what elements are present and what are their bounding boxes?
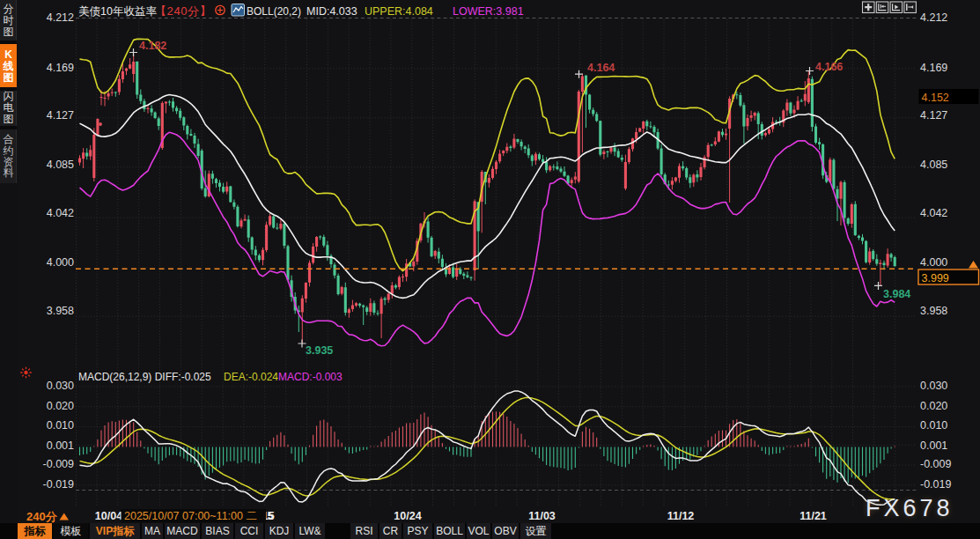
svg-text:BOLL(20,2): BOLL(20,2) xyxy=(247,5,301,18)
svg-text:4.166: 4.166 xyxy=(815,61,843,73)
svg-text:4.212: 4.212 xyxy=(47,11,74,24)
svg-text:4.042: 4.042 xyxy=(920,207,947,219)
svg-text:3.984: 3.984 xyxy=(883,288,910,300)
svg-text:4.152: 4.152 xyxy=(922,92,949,104)
svg-text:0.001: 0.001 xyxy=(920,439,947,452)
svg-text:4.000: 4.000 xyxy=(920,256,947,269)
svg-text:FX678: FX678 xyxy=(866,495,954,521)
svg-text:2025/10/07 07:00~11:00 二: 2025/10/07 07:00~11:00 二 xyxy=(124,510,257,522)
svg-text:3.958: 3.958 xyxy=(920,305,947,317)
svg-text:【240分】: 【240分】 xyxy=(155,4,211,18)
svg-text:4.127: 4.127 xyxy=(47,109,74,122)
svg-text:-0.019: -0.019 xyxy=(920,478,951,491)
svg-text:240分: 240分 xyxy=(26,510,58,523)
svg-text:4.182: 4.182 xyxy=(139,40,166,52)
svg-text:3.958: 3.958 xyxy=(47,305,74,317)
svg-text:0.001: 0.001 xyxy=(47,439,74,452)
svg-text:0.010: 0.010 xyxy=(47,419,74,432)
svg-text:0.030: 0.030 xyxy=(920,380,947,392)
svg-text:10/24: 10/24 xyxy=(394,510,421,522)
svg-text:MACD(26,12,9) DIFF:-0.025: MACD(26,12,9) DIFF:-0.025 xyxy=(78,371,211,383)
svg-text:-0.009: -0.009 xyxy=(920,458,951,470)
svg-text:LOWER:3.981: LOWER:3.981 xyxy=(453,5,524,18)
svg-text:4.085: 4.085 xyxy=(920,159,947,171)
svg-text:3.935: 3.935 xyxy=(306,344,333,357)
svg-text:4.212: 4.212 xyxy=(920,11,947,24)
svg-text:0.020: 0.020 xyxy=(920,400,947,412)
svg-text:11/03: 11/03 xyxy=(528,510,556,522)
svg-text:MID:4.033: MID:4.033 xyxy=(306,5,357,18)
svg-text:4.127: 4.127 xyxy=(920,109,947,122)
svg-text:5: 5 xyxy=(268,510,274,522)
svg-text:4.164: 4.164 xyxy=(587,62,615,74)
svg-text:11/21: 11/21 xyxy=(799,510,827,522)
svg-text:4.169: 4.169 xyxy=(47,62,74,74)
svg-text:0.010: 0.010 xyxy=(920,419,947,432)
svg-text:10/04: 10/04 xyxy=(95,510,122,522)
svg-text:-0.009: -0.009 xyxy=(43,458,74,470)
svg-text:0.030: 0.030 xyxy=(47,380,74,392)
svg-text:UPPER:4.084: UPPER:4.084 xyxy=(365,5,433,18)
svg-text:-0.019: -0.019 xyxy=(43,478,74,491)
svg-text:DEA:-0.024: DEA:-0.024 xyxy=(224,371,278,383)
svg-text:11/12: 11/12 xyxy=(667,510,695,522)
svg-text:3.999: 3.999 xyxy=(922,272,949,284)
svg-text:4.042: 4.042 xyxy=(47,207,74,219)
svg-text:0.020: 0.020 xyxy=(47,400,74,412)
svg-text:4.000: 4.000 xyxy=(47,256,74,269)
svg-text:4.169: 4.169 xyxy=(920,62,947,74)
svg-text:美债10年收益率: 美债10年收益率 xyxy=(78,5,157,18)
svg-text:MACD:-0.003: MACD:-0.003 xyxy=(278,371,343,383)
svg-text:4.085: 4.085 xyxy=(47,159,74,171)
